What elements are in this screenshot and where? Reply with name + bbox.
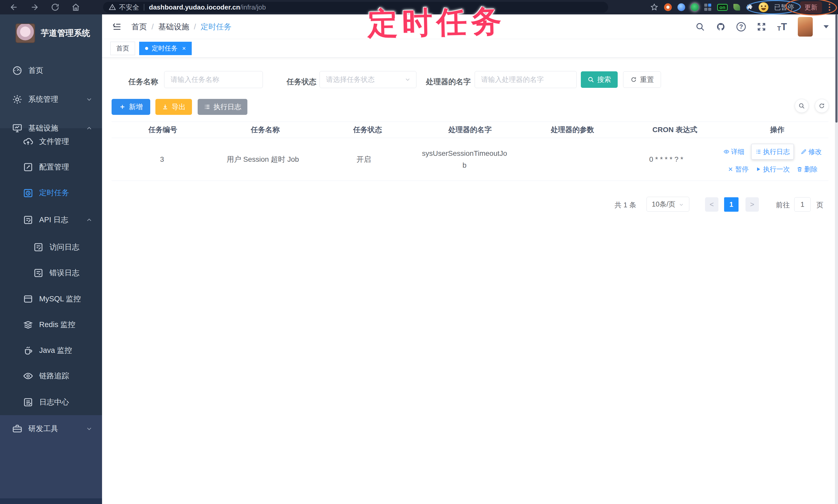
search-icon: [588, 76, 594, 83]
cell-job-status: 开启: [313, 154, 414, 165]
search-icon[interactable]: [695, 22, 705, 32]
export-button[interactable]: 导出: [155, 99, 192, 115]
sidebar-item-home[interactable]: 首页: [0, 58, 102, 83]
column-header: CRON 表达式: [624, 125, 726, 135]
detail-link[interactable]: 详细: [723, 146, 745, 158]
sidebar-item-label: 研发工具: [28, 424, 58, 434]
toggle-search-button[interactable]: [795, 99, 809, 113]
goto-page-input[interactable]: [794, 197, 811, 212]
extension-icon[interactable]: [678, 3, 685, 11]
user-avatar[interactable]: [798, 17, 813, 37]
sidebar-bottom-strip: [0, 498, 102, 504]
breadcrumb-section[interactable]: 基础设施: [158, 22, 189, 32]
pause-link[interactable]: 暂停: [728, 163, 749, 175]
prev-page-button[interactable]: <: [705, 197, 718, 212]
reset-button[interactable]: 重置: [623, 71, 661, 88]
fullscreen-icon[interactable]: [756, 22, 766, 32]
cell-cron: 0 * * * * ? *: [616, 154, 717, 165]
current-page-button[interactable]: 1: [724, 197, 738, 212]
dashboard-icon: [12, 65, 23, 76]
gear-icon: [12, 94, 23, 105]
delete-link[interactable]: 删除: [797, 163, 818, 175]
user-menu-caret-icon[interactable]: [824, 25, 829, 28]
browser-forward-icon[interactable]: [30, 3, 39, 12]
app-logo-row[interactable]: 芋道管理系统: [0, 22, 102, 45]
app-title: 芋道管理系统: [41, 28, 90, 39]
refresh-table-button[interactable]: [815, 99, 829, 113]
browser-reload-icon[interactable]: [51, 3, 60, 12]
row-exec-log-link[interactable]: 执行日志: [751, 144, 794, 160]
sidebar-item-dev-tools[interactable]: 研发工具: [0, 416, 102, 441]
sidebar-item-label: Java 监控: [39, 345, 72, 356]
page-size-select[interactable]: 10条/页: [647, 197, 689, 212]
log-document-icon: [33, 242, 44, 253]
tab-scheduled-jobs[interactable]: 定时任务 ×: [139, 42, 192, 55]
sidebar-item-error-log[interactable]: 错误日志: [0, 260, 102, 285]
handler-name-input[interactable]: [475, 71, 577, 88]
breadcrumb-home[interactable]: 首页: [132, 22, 147, 32]
sidebar-item-config-management[interactable]: 配置管理: [0, 155, 102, 180]
font-size-icon[interactable]: TT: [777, 22, 787, 32]
edit-square-icon: [23, 162, 34, 173]
job-name-input[interactable]: [164, 71, 263, 88]
timer-icon: [23, 187, 34, 198]
sidebar-item-file-management[interactable]: 文件管理: [0, 129, 102, 154]
browser-back-icon[interactable]: [9, 3, 19, 12]
column-header: 任务编号: [111, 125, 214, 135]
tab-home[interactable]: 首页: [110, 42, 135, 55]
github-icon[interactable]: [716, 22, 726, 32]
sidebar-item-label: Redis 监控: [39, 320, 75, 330]
table-header-row: 任务编号 任务名称 任务状态 处理器的名字 处理器的参数 CRON 表达式 操作: [111, 122, 828, 138]
sidebar-item-scheduled-jobs[interactable]: 定时任务: [0, 181, 102, 205]
column-header: 处理器的名字: [419, 125, 521, 135]
extension-on-badge[interactable]: on: [717, 4, 728, 11]
tab-close-icon[interactable]: ×: [182, 45, 186, 52]
refresh-icon: [630, 76, 637, 83]
database-icon: [23, 293, 34, 304]
next-page-button[interactable]: >: [746, 197, 759, 212]
column-header: 操作: [726, 125, 828, 135]
extension-icon[interactable]: [704, 4, 712, 11]
log-document-icon: [23, 215, 34, 226]
sidebar-item-system[interactable]: 系统管理: [0, 87, 102, 112]
execution-log-button[interactable]: 执行日志: [198, 99, 247, 115]
main-content: 任务名称 任务状态 请选择任务状态 处理器的名字 搜索 重置 新增 导出 执行日…: [102, 58, 838, 504]
briefcase-icon: [12, 424, 23, 434]
sidebar-item-label: 定时任务: [39, 188, 69, 198]
window-scrollbar[interactable]: [835, 14, 838, 504]
address-bar[interactable]: 不安全 dashboard.yudao.iocoder.cn /infra/jo…: [103, 2, 608, 13]
sidebar-item-label: 首页: [28, 66, 43, 76]
sidebar-item-api-log[interactable]: API 日志: [0, 208, 102, 232]
sidebar-item-label: 访问日志: [50, 242, 80, 252]
extension-icon[interactable]: [664, 3, 672, 11]
bookmark-star-icon[interactable]: [650, 3, 658, 11]
run-once-link[interactable]: 执行一次: [755, 163, 790, 175]
column-header: 任务名称: [214, 125, 316, 135]
browser-home-icon[interactable]: [71, 3, 81, 12]
help-icon[interactable]: ?: [736, 22, 746, 32]
download-icon: [162, 104, 169, 110]
select-caret-icon: [404, 76, 411, 83]
java-cup-icon: [23, 345, 34, 356]
search-button[interactable]: 搜索: [581, 71, 618, 88]
sidebar-item-java-monitor[interactable]: Java 监控: [0, 338, 102, 363]
active-tab-dot: [145, 47, 148, 50]
add-button[interactable]: 新增: [111, 99, 150, 115]
extension-icon[interactable]: [691, 3, 699, 11]
app-logo-avatar: [15, 23, 35, 43]
edit-link[interactable]: 修改: [801, 146, 822, 158]
breadcrumb: 首页 / 基础设施 / 定时任务: [132, 14, 232, 39]
extension-leaf-icon[interactable]: [733, 4, 740, 11]
sidebar-item-access-log[interactable]: 访问日志: [0, 235, 102, 259]
url-host: dashboard.yudao.iocoder.cn: [149, 3, 240, 11]
filter-status-label: 任务状态: [286, 77, 316, 87]
sidebar-collapse-icon[interactable]: [112, 22, 122, 32]
sidebar-item-mysql-monitor[interactable]: MySQL 监控: [0, 287, 102, 311]
sidebar-item-redis-monitor[interactable]: Redis 监控: [0, 312, 102, 337]
sidebar-item-label: 链路追踪: [39, 371, 69, 381]
log-document-icon: [33, 268, 44, 278]
job-status-select[interactable]: 请选择任务状态: [319, 71, 416, 88]
not-secure-warning-icon: [109, 4, 116, 11]
sidebar-item-log-center[interactable]: 日志中心: [0, 390, 102, 415]
sidebar-item-trace[interactable]: 链路追踪: [0, 364, 102, 389]
